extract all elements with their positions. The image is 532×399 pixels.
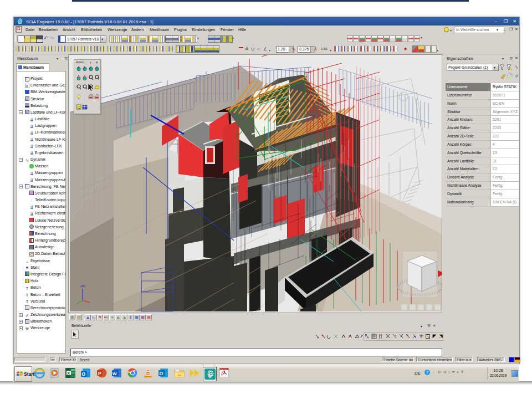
svg-text:P: P: [98, 371, 101, 376]
svg-text:X: X: [67, 371, 70, 376]
svg-text:O: O: [82, 371, 86, 377]
svg-text:C: C: [78, 105, 80, 109]
svg-text:W: W: [112, 371, 117, 376]
svg-text:O: O: [160, 371, 163, 376]
